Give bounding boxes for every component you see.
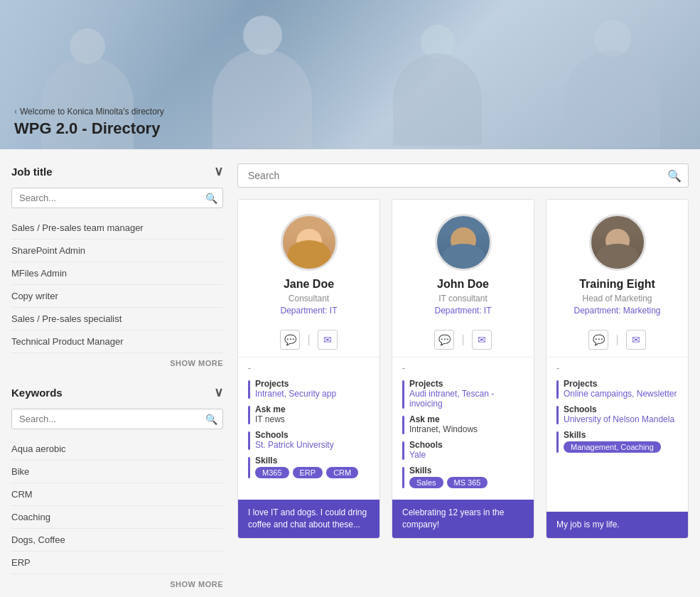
action-separator-training: |	[615, 333, 618, 346]
banner-figure-2	[175, 0, 350, 149]
keywords-chevron-down-icon: ∨	[214, 384, 223, 400]
card-title-jane: Consultant	[249, 294, 368, 303]
keywords-filter-header[interactable]: Keywords ∨	[11, 384, 223, 400]
email-button-john[interactable]: ✉	[472, 330, 492, 350]
person-card-john: John Doe IT consultant Department: IT 💬 …	[392, 199, 534, 539]
card-name-jane: Jane Doe	[249, 278, 368, 291]
chat-button-training[interactable]: 💬	[588, 330, 608, 350]
card-section-askme-jane: Ask me IT news	[248, 404, 370, 424]
list-item[interactable]: Dogs, Coffee	[11, 529, 223, 552]
card-top-jane: Jane Doe Consultant Department: IT	[238, 200, 379, 324]
projects-value-training: Online campaings, Newsletter	[564, 389, 677, 399]
email-button-training[interactable]: ✉	[626, 330, 646, 350]
schools-label-jane: Schools	[255, 430, 334, 440]
askme-label-john: Ask me	[409, 414, 478, 424]
skills-label-john: Skills	[409, 466, 488, 475]
card-section-skills-john: Skills Sales MS 365	[402, 466, 524, 488]
jobtitle-search-icon: 🔍	[205, 193, 217, 204]
card-dash-training: -	[556, 363, 678, 373]
jobtitle-filter-list: Sales / Pre-sales team manager SharePoin…	[11, 217, 223, 353]
email-button-jane[interactable]: ✉	[318, 330, 338, 350]
card-section-schools-jane: Schools St. Patrick University	[248, 430, 370, 450]
keywords-filter-section: Keywords ∨ 🔍 Aqua aerobic Bike CRM Coach…	[11, 384, 223, 588]
skill-badge[interactable]: M365	[255, 467, 289, 478]
jobtitle-chevron-down-icon: ∨	[214, 163, 223, 179]
card-footer-jane: I love IT and dogs. I could dring coffee…	[238, 500, 379, 538]
askme-value-jane: IT news	[255, 414, 298, 424]
card-section-skills-jane: Skills M365 ERP CRM	[248, 456, 370, 478]
skill-badge[interactable]: ERP	[293, 467, 323, 478]
banner-figure-3	[350, 0, 525, 149]
page-title: WPG 2.0 - Directory	[14, 119, 164, 138]
list-item[interactable]: SharePoint Admin	[11, 240, 223, 262]
card-section-projects-john: Projects Audi intranet, Tescan - invoici…	[402, 379, 524, 409]
global-search-wrap: 🔍	[237, 163, 689, 188]
chat-button-john[interactable]: 💬	[434, 330, 454, 350]
jobtitle-filter-header[interactable]: Job title ∨	[11, 163, 223, 179]
banner-figure-4	[525, 0, 700, 149]
global-search-input[interactable]	[237, 163, 689, 188]
list-item[interactable]: CRM	[11, 483, 223, 506]
schools-value-john: Yale	[409, 450, 452, 460]
list-item[interactable]: MFiles Admin	[11, 262, 223, 285]
list-item[interactable]: Copy writer	[11, 285, 223, 308]
projects-label-john: Projects	[409, 379, 524, 389]
keywords-search-input[interactable]	[11, 409, 223, 429]
schools-value-jane: St. Patrick University	[255, 440, 334, 450]
avatar-training	[589, 214, 646, 271]
breadcrumb-label: Welcome to Konica Minolta's directory	[20, 107, 164, 117]
chat-button-jane[interactable]: 💬	[280, 330, 300, 350]
banner: ‹ Welcome to Konica Minolta's directory …	[0, 0, 700, 149]
card-dept-john: Department: IT	[404, 306, 522, 316]
avatar-jane	[281, 214, 338, 271]
list-item[interactable]: Sales / Pre-sales specialist	[11, 308, 223, 330]
projects-value-jane: Intranet, Security app	[255, 389, 336, 399]
action-separator-jane: |	[307, 333, 310, 346]
card-section-skills-training: Skills Management, Coaching	[556, 430, 678, 453]
skill-badge[interactable]: Management, Coaching	[564, 441, 661, 453]
list-item[interactable]: Aqua aerobic	[11, 438, 223, 461]
card-section-askme-john: Ask me Intranet, Windows	[402, 414, 524, 434]
card-dash-john: -	[402, 363, 524, 373]
keywords-search-wrap: 🔍	[11, 409, 223, 429]
global-search-icon: 🔍	[667, 169, 682, 183]
card-top-training: Training Eight Head of Marketing Departm…	[546, 200, 688, 324]
skills-label-jane: Skills	[255, 456, 358, 466]
action-separator-john: |	[461, 333, 464, 346]
card-name-john: John Doe	[404, 278, 522, 291]
card-dept-training: Department: Marketing	[558, 306, 677, 316]
projects-label-jane: Projects	[255, 379, 336, 389]
jobtitle-show-more[interactable]: SHOW MORE	[11, 359, 223, 367]
skill-badge[interactable]: MS 365	[447, 477, 488, 488]
avatar-john	[435, 214, 492, 271]
keywords-search-icon: 🔍	[205, 414, 217, 425]
card-actions-jane: 💬 | ✉	[238, 324, 379, 357]
card-footer-john: Celebrating 12 years in the company!	[392, 500, 534, 538]
list-item[interactable]: Sales / Pre-sales team manager	[11, 217, 223, 240]
card-footer-training: My job is my life.	[546, 512, 688, 538]
card-body-jane: - Projects Intranet, Security app Ask me…	[238, 357, 379, 500]
content-area: 🔍 Jane Doe Consultant Department: IT 💬 |…	[237, 163, 689, 597]
sidebar: Job title ∨ 🔍 Sales / Pre-sales team man…	[11, 163, 237, 597]
list-item[interactable]: ERP	[11, 552, 223, 574]
schools-label-training: Schools	[564, 404, 674, 414]
keywords-show-more[interactable]: SHOW MORE	[11, 580, 223, 588]
skills-wrap-jane: M365 ERP CRM	[255, 467, 358, 478]
breadcrumb[interactable]: ‹ Welcome to Konica Minolta's directory	[14, 107, 164, 117]
list-item[interactable]: Technical Product Manager	[11, 330, 223, 353]
skills-label-training: Skills	[564, 430, 661, 440]
skills-wrap-john: Sales MS 365	[409, 477, 488, 488]
card-dash-jane: -	[248, 363, 370, 373]
card-section-projects-jane: Projects Intranet, Security app	[248, 379, 370, 399]
jobtitle-search-input[interactable]	[11, 188, 223, 208]
breadcrumb-chevron-icon: ‹	[14, 107, 17, 117]
jobtitle-filter-label: Job title	[11, 166, 53, 178]
main-container: Job title ∨ 🔍 Sales / Pre-sales team man…	[0, 149, 700, 597]
list-item[interactable]: Bike	[11, 461, 223, 483]
keywords-filter-label: Keywords	[11, 387, 63, 399]
list-item[interactable]: Coaching	[11, 506, 223, 529]
skill-badge[interactable]: CRM	[326, 467, 358, 478]
card-body-training: - Projects Online campaings, Newsletter …	[546, 357, 688, 512]
skill-badge[interactable]: Sales	[409, 477, 443, 488]
card-title-training: Head of Marketing	[558, 294, 677, 303]
